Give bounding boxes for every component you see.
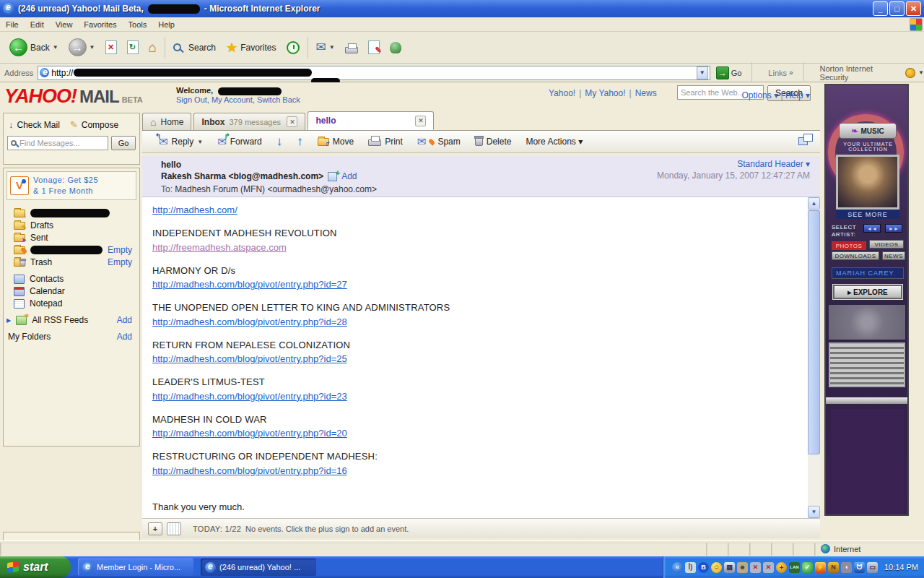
sidebar-item-notepad[interactable]: Notepad <box>6 298 136 310</box>
maximize-button[interactable]: □ <box>889 1 905 16</box>
folder-trash[interactable]: Trash Empty <box>6 256 136 269</box>
vonage-ad[interactable]: Vonage: Get $25 & 1 Free Month <box>6 171 136 200</box>
body-link[interactable]: http://madhesh.com/blog/pivot/entry.php?… <box>152 279 347 290</box>
close-hello-tab-icon[interactable]: ✕ <box>415 116 426 126</box>
tab-hello[interactable]: hello ✕ <box>308 111 434 130</box>
print-message-button[interactable]: Print <box>362 132 409 151</box>
expand-arrow-icon[interactable]: ▶ <box>6 317 11 324</box>
norton-icon[interactable]: N <box>828 562 839 573</box>
link-news[interactable]: News <box>635 88 657 98</box>
print-button[interactable] <box>340 34 363 61</box>
body-link[interactable]: http://madhesh.com/blog/pivot/entry.php?… <box>152 465 347 476</box>
check-mail-button[interactable]: ↓ Check Mail <box>9 119 60 130</box>
tab-home[interactable]: ⌂ Home <box>142 113 191 130</box>
calendar-button[interactable] <box>167 522 181 535</box>
explore-button[interactable]: ▸ EXPLORE <box>833 285 902 299</box>
menu-favorites[interactable]: Favorites <box>78 18 122 31</box>
go-button[interactable]: → Go <box>716 66 742 79</box>
add-contact-link[interactable]: Add <box>341 171 357 181</box>
address-dropdown-icon[interactable]: ▼ <box>697 66 708 79</box>
scroll-up-icon[interactable]: ▲ <box>808 197 820 210</box>
update-shield-icon[interactable]: ✓ <box>802 562 813 573</box>
body-link[interactable]: http://madhesh.com/blog/pivot/entry.php?… <box>152 353 347 364</box>
body-link[interactable]: http://madhesh.com/blog/pivot/entry.php?… <box>152 428 347 439</box>
photos-button[interactable]: PHOTOS <box>832 241 866 250</box>
edit-button[interactable]: ✎ <box>363 34 385 61</box>
volume-icon[interactable]: ◖ <box>841 562 852 573</box>
mail-button[interactable]: ✉ ▼ <box>311 34 340 61</box>
folder-drafts[interactable]: ✎ Drafts <box>6 220 136 232</box>
norton-dropdown-icon[interactable]: ▼ <box>918 69 924 76</box>
body-link[interactable]: http://madhesh.com/ <box>152 204 237 215</box>
bluetooth-icon[interactable]: B <box>698 562 709 573</box>
see-more-button[interactable]: SEE MORE <box>836 210 899 219</box>
back-dropdown-icon[interactable]: ▼ <box>53 44 58 51</box>
link-yahoo[interactable]: Yahoo! <box>549 88 575 98</box>
downloads-button[interactable]: DOWNLOADS <box>832 251 879 260</box>
wireless-icon[interactable]: ꟾ) <box>685 562 696 573</box>
network-disconnected-icon[interactable]: ✕ <box>750 562 761 573</box>
menu-tools[interactable]: Tools <box>123 18 153 31</box>
forward-button-mail[interactable]: ✉↱ Forward <box>211 132 269 151</box>
more-actions-button[interactable]: More Actions ▾ <box>519 132 589 151</box>
find-messages-input[interactable]: Find Messages... <box>7 136 108 150</box>
lan-connection-icon[interactable]: LAN <box>789 562 800 573</box>
music-ad-banner[interactable]: ❧ MUSIC YOUR ULTIMATE COLLECTION SEE MOR… <box>824 84 909 516</box>
next-artist-button[interactable]: ►► <box>885 224 902 233</box>
forward-button[interactable]: → ▼ <box>64 34 100 61</box>
previous-artist-button[interactable]: ◄◄ <box>863 224 881 233</box>
history-button[interactable] <box>282 34 305 61</box>
news-button[interactable]: NEWS <box>882 251 905 260</box>
options-menu[interactable]: Options ▾ <box>741 90 778 100</box>
message-scrollbar[interactable]: ▲ ▼ <box>808 197 820 518</box>
sidebar-item-calendar[interactable]: Calendar <box>6 285 136 298</box>
menu-edit[interactable]: Edit <box>25 18 50 31</box>
sidebar-item-my-folders[interactable]: My Folders Add <box>6 331 136 343</box>
sidebar-item-rss[interactable]: ▶ All RSS Feeds Add <box>6 314 136 327</box>
compose-button[interactable]: ✎ Compose <box>70 119 118 130</box>
messenger-smiley-icon[interactable]: ☺ <box>711 562 722 573</box>
empty-bulk-link[interactable]: Empty <box>108 245 136 255</box>
back-button[interactable]: ← Back ▼ <box>4 34 64 61</box>
header-mode-selector[interactable]: Standard Header ▾ <box>737 159 810 169</box>
account-links[interactable]: Sign Out, My Account, Switch Back <box>176 95 300 104</box>
home-button[interactable]: ⌂ <box>144 34 162 61</box>
find-go-button[interactable]: Go <box>111 136 136 150</box>
body-link[interactable]: http://madhesh.com/blog/pivot/entry.php?… <box>152 316 347 327</box>
norton-toolbar[interactable]: Norton Internet Security ▼ <box>820 64 924 82</box>
media-device-icon[interactable]: ▤ <box>724 562 735 573</box>
start-button[interactable]: start <box>0 556 71 578</box>
sidebar-item-contacts[interactable]: Contacts <box>6 273 136 285</box>
messenger-button[interactable] <box>385 34 406 61</box>
links-chevron-icon[interactable]: » <box>789 69 793 77</box>
taskbar-item-yahoo-mail[interactable]: (246 unread) Yahoo! ... <box>201 558 316 576</box>
favorites-button[interactable]: ★ Favorites <box>221 34 282 61</box>
link-my-yahoo[interactable]: My Yahoo! <box>585 88 625 98</box>
add-event-button[interactable]: + <box>148 522 162 535</box>
msn-butterfly-icon[interactable]: ᗢ <box>854 562 865 573</box>
yahoo-mail-logo[interactable]: YAHOO! MAIL BETA <box>4 85 143 108</box>
network-disconnected-icon[interactable]: ✕ <box>763 562 774 573</box>
alert-icon[interactable]: ⚡ <box>815 562 826 573</box>
search-button[interactable]: Search <box>168 34 221 61</box>
help-menu[interactable]: Help ▾ <box>785 90 810 100</box>
mail-dropdown-icon[interactable]: ▼ <box>329 44 335 51</box>
my-folders-add-link[interactable]: Add <box>117 332 136 342</box>
spam-button[interactable]: ✉ Spam <box>411 132 467 151</box>
folder-sent[interactable]: ➤ Sent <box>6 232 136 244</box>
folder-inbox[interactable]: ↓ <box>6 207 136 220</box>
folder-bulk[interactable]: Empty <box>6 244 136 256</box>
tab-inbox[interactable]: Inbox 379 messages ✕ <box>193 113 305 130</box>
move-button[interactable]: ↱ Move <box>311 132 360 151</box>
forward-dropdown-icon[interactable]: ▼ <box>90 44 95 51</box>
taskbar-item-member-login[interactable]: Member Login - Micro... <box>78 558 193 576</box>
scroll-down-icon[interactable]: ▼ <box>808 506 820 518</box>
display-icon[interactable]: ▭ <box>867 562 878 573</box>
reply-dropdown-icon[interactable]: ▼ <box>197 139 203 145</box>
user-icon[interactable]: ☻ <box>737 562 748 573</box>
menu-file[interactable]: File <box>0 18 25 31</box>
promo-christina[interactable]: Watch Christina perform live! <box>8 535 135 540</box>
scrollbar-thumb[interactable] <box>808 210 820 454</box>
close-button[interactable]: ✕ <box>906 1 921 16</box>
next-message-button[interactable]: ↓ <box>270 132 289 151</box>
